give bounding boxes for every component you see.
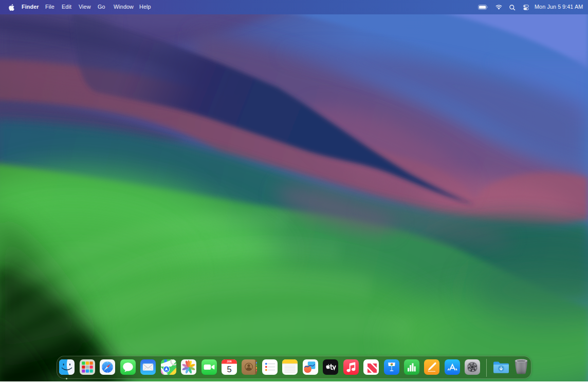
svg-text:JUN: JUN	[227, 360, 232, 363]
svg-text:5: 5	[227, 365, 231, 374]
